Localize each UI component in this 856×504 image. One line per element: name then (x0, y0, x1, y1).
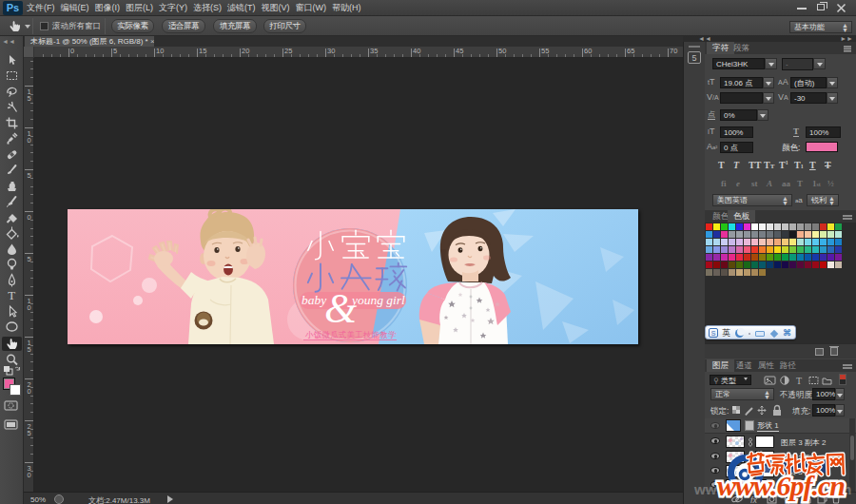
svg-text:&: & (324, 285, 358, 332)
svg-text:young girl: young girl (350, 293, 405, 307)
svg-text:小饭微瓜式美工技能教学: 小饭微瓜式美工技能教学 (305, 330, 397, 339)
svg-text:baby: baby (302, 293, 326, 307)
svg-text:fx: fx (750, 495, 758, 504)
svg-text:T: T (796, 376, 802, 386)
svg-text:T: T (8, 288, 15, 302)
